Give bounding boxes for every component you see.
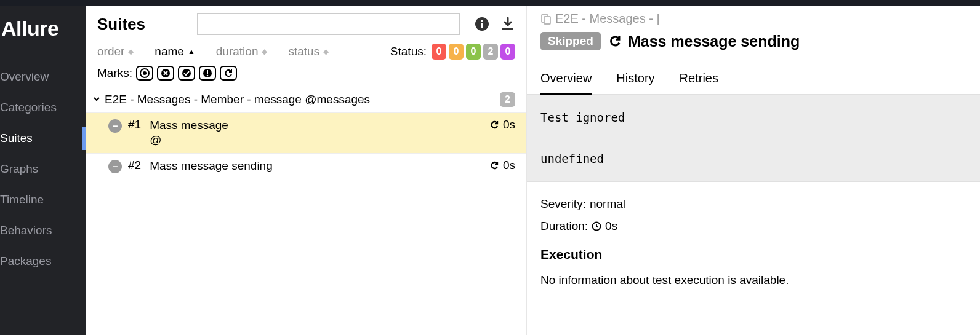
- marks-row: Marks:: [86, 63, 526, 87]
- test-details: Severity: normal Duration: 0s Execution …: [527, 182, 980, 302]
- sidebar: Allure Overview Categories Suites Graphs…: [0, 6, 86, 335]
- nav-timeline[interactable]: Timeline: [0, 184, 86, 215]
- header-actions: [475, 17, 515, 31]
- test-item[interactable]: – #2 Mass message sending 0s: [86, 153, 526, 179]
- tab-history[interactable]: History: [616, 65, 654, 95]
- mark-new-passed-icon[interactable]: [178, 66, 195, 81]
- skipped-status-icon: –: [108, 160, 122, 173]
- status-filter: Status: 0 0 0 2 0: [390, 44, 515, 60]
- svg-rect-3: [502, 28, 513, 30]
- sort-status[interactable]: status ◆: [288, 45, 329, 58]
- item-number: #1: [128, 118, 141, 132]
- sort-order[interactable]: order ◆: [97, 45, 134, 58]
- main-layout: Allure Overview Categories Suites Graphs…: [0, 6, 980, 335]
- suites-header: Suites: [86, 6, 526, 41]
- nav-behaviors[interactable]: Behaviors: [0, 215, 86, 246]
- svg-point-1: [481, 20, 483, 22]
- status-badge: Skipped: [540, 32, 601, 50]
- mark-new-failed-icon[interactable]: [157, 66, 174, 81]
- clock-icon: [592, 221, 601, 231]
- status-broken-pill[interactable]: 0: [449, 44, 464, 60]
- details-panel: E2E - Messages - | Skipped Mass message …: [527, 6, 980, 335]
- copy-icon[interactable]: [540, 14, 552, 25]
- brand-logo: Allure: [0, 6, 86, 55]
- sort-caret-icon: ◆: [262, 47, 267, 56]
- mark-retries-icon[interactable]: [220, 66, 237, 81]
- group-title: E2E - Messages - Member - message @messa…: [105, 92, 500, 108]
- severity-line: Severity: normal: [540, 193, 966, 215]
- svg-rect-9: [207, 70, 208, 74]
- test-trace: undefined: [540, 152, 966, 165]
- group-count-badge: 2: [500, 92, 515, 107]
- tab-overview[interactable]: Overview: [540, 65, 592, 95]
- status-label: Status:: [390, 45, 427, 58]
- nav-list: Overview Categories Suites Graphs Timeli…: [0, 61, 86, 277]
- sort-caret-icon: ▲: [188, 47, 195, 56]
- svg-point-10: [207, 75, 209, 77]
- item-number: #2: [128, 159, 141, 172]
- tree-group[interactable]: E2E - Messages - Member - message @messa…: [86, 87, 526, 112]
- sort-caret-icon: ◆: [128, 47, 134, 56]
- svg-rect-12: [544, 17, 550, 24]
- download-icon[interactable]: [500, 17, 515, 31]
- suites-title: Suites: [97, 15, 145, 34]
- tab-retries[interactable]: Retries: [680, 65, 718, 95]
- retry-icon: [489, 160, 499, 170]
- breadcrumb: E2E - Messages - |: [540, 12, 966, 26]
- duration-line: Duration: 0s: [540, 215, 966, 237]
- info-icon[interactable]: [475, 17, 489, 31]
- mark-new-broken-icon[interactable]: [199, 66, 216, 81]
- sort-name[interactable]: name ▲: [155, 45, 195, 58]
- nav-suites[interactable]: Suites: [0, 123, 86, 154]
- test-tree: E2E - Messages - Member - message @messa…: [86, 87, 526, 179]
- suites-panel: Suites order ◆ name ▲ duration: [86, 6, 527, 335]
- svg-point-5: [143, 71, 147, 75]
- status-failed-pill[interactable]: 0: [432, 44, 446, 60]
- chevron-down-icon: [92, 95, 101, 103]
- sort-row: order ◆ name ▲ duration ◆ status ◆ Statu…: [86, 41, 526, 63]
- item-name: Mass message sending: [150, 159, 489, 174]
- browser-chrome-strip: [0, 0, 980, 6]
- item-duration: 0s: [489, 159, 515, 172]
- marks-label: Marks:: [97, 66, 132, 80]
- search-input[interactable]: [197, 13, 460, 35]
- nav-graphs[interactable]: Graphs: [0, 154, 86, 184]
- test-message: Test ignored: [540, 111, 966, 124]
- svg-point-7: [182, 69, 191, 77]
- message-block: Test ignored undefined: [527, 95, 980, 182]
- retry-icon: [608, 34, 622, 48]
- status-passed-pill[interactable]: 0: [466, 44, 481, 60]
- sort-duration[interactable]: duration ◆: [216, 45, 268, 58]
- status-unknown-pill[interactable]: 0: [500, 44, 515, 60]
- sort-caret-icon: ◆: [323, 47, 329, 56]
- test-title-row: Skipped Mass message sending: [540, 32, 966, 50]
- nav-overview[interactable]: Overview: [0, 61, 86, 92]
- mark-flaky-icon[interactable]: [136, 66, 153, 81]
- execution-message: No information about test execution is a…: [540, 269, 966, 291]
- item-duration: 0s: [489, 118, 515, 132]
- skipped-status-icon: –: [108, 119, 122, 133]
- test-title: Mass message sending: [608, 33, 800, 50]
- detail-tabs: Overview History Retries: [527, 65, 980, 95]
- retry-icon: [489, 120, 499, 130]
- details-header: E2E - Messages - | Skipped Mass message …: [527, 6, 980, 65]
- nav-packages[interactable]: Packages: [0, 246, 86, 277]
- test-item[interactable]: – #1 Mass message @ 0s: [86, 112, 526, 153]
- execution-heading: Execution: [540, 242, 966, 267]
- nav-categories[interactable]: Categories: [0, 92, 86, 123]
- status-skipped-pill[interactable]: 2: [483, 44, 498, 60]
- item-name: Mass message @: [150, 118, 489, 148]
- svg-rect-2: [481, 23, 483, 28]
